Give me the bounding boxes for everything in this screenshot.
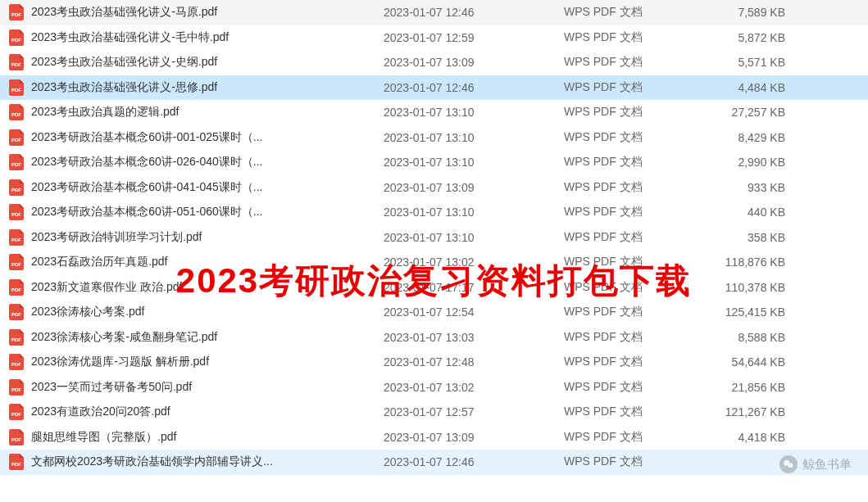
svg-text:PDF: PDF [11,12,21,17]
file-row[interactable]: PDF 腿姐思维导图（完整版）.pdf2023-01-07 13:09WPS P… [0,425,868,450]
svg-text:PDF: PDF [11,237,21,242]
file-row[interactable]: PDF 文都网校2023考研政治基础领学内部辅导讲义...2023-01-07 … [0,450,868,475]
svg-text:PDF: PDF [11,462,21,467]
pdf-file-icon: PDF [8,154,25,170]
file-size: 8,429 KB [711,131,810,144]
file-name: 2023徐涛优题库-习题版 解析册.pdf [31,355,384,369]
file-row[interactable]: PDF 2023考虫政治基础强化讲义-史纲.pdf2023-01-07 13:0… [0,50,868,75]
file-name: 2023考虫政治基础强化讲义-马原.pdf [31,5,384,20]
file-size: 118,876 KB [711,256,810,269]
file-name: 2023考研政治特训班学习计划.pdf [31,230,384,245]
file-type: WPS PDF 文档 [564,130,711,145]
svg-text:PDF: PDF [11,188,21,192]
file-name: 2023考研政治基本概念60讲-001-025课时（... [31,130,384,145]
file-type: WPS PDF 文档 [564,405,711,419]
svg-text:PDF: PDF [11,88,21,93]
file-name: 2023有道政治20问20答.pdf [31,405,384,419]
file-size: 5,571 KB [711,56,810,69]
file-row[interactable]: PDF 2023考研政治基本概念60讲-001-025课时（...2023-01… [0,125,868,151]
file-type: WPS PDF 文档 [564,280,711,295]
pdf-file-icon: PDF [8,4,25,20]
file-type: WPS PDF 文档 [564,30,711,45]
pdf-file-icon: PDF [8,254,25,270]
file-date: 2023-01-07 13:10 [384,206,564,219]
file-date: 2023-01-07 13:09 [384,181,564,194]
file-date: 2023-01-07 12:48 [384,355,564,369]
file-size: 110,378 KB [711,281,810,294]
file-date: 2023-01-07 13:09 [384,431,564,444]
pdf-file-icon: PDF [8,79,25,96]
file-type: WPS PDF 文档 [564,430,711,445]
pdf-file-icon: PDF [8,129,25,146]
file-size: 125,415 KB [711,305,810,319]
file-row[interactable]: PDF 2023有道政治20问20答.pdf2023-01-07 12:57WP… [0,400,868,425]
pdf-file-icon: PDF [8,279,25,296]
file-row[interactable]: PDF 2023考虫政治基础强化讲义-思修.pdf2023-01-07 12:4… [0,75,868,101]
file-date: 2023-01-07 12:46 [384,455,564,468]
file-type: WPS PDF 文档 [564,205,711,219]
file-name: 2023考研政治基本概念60讲-026-040课时（... [31,155,384,170]
file-type: WPS PDF 文档 [564,155,711,170]
svg-text:PDF: PDF [11,387,21,392]
file-date: 2023-01-07 13:02 [384,381,564,394]
file-row[interactable]: PDF 2023徐涛优题库-习题版 解析册.pdf2023-01-07 12:4… [0,350,868,375]
file-date: 2023-01-07 13:10 [384,106,564,119]
file-date: 2023-01-07 12:59 [384,31,564,44]
file-row[interactable]: PDF 2023考研政治基本概念60讲-041-045课时（...2023-01… [0,175,868,201]
file-row[interactable]: PDF 2023石磊政治历年真题.pdf2023-01-07 13:02WPS … [0,250,868,275]
file-row[interactable]: PDF 2023考虫政治真题的逻辑.pdf2023-01-07 13:10WPS… [0,100,868,125]
file-row[interactable]: PDF 2023考虫政治基础强化讲义-马原.pdf2023-01-07 12:4… [0,0,868,25]
file-size: 21,856 KB [711,381,810,394]
pdf-file-icon: PDF [8,329,25,346]
file-name: 2023徐涛核心考案.pdf [31,305,384,319]
file-date: 2023-01-07 12:46 [384,81,564,94]
file-size: 5,872 KB [711,31,810,44]
file-row[interactable]: PDF 2023考虫政治基础强化讲义-毛中特.pdf2023-01-07 12:… [0,25,868,51]
file-size: 121,267 KB [711,405,810,418]
file-size: 4,484 KB [711,81,810,94]
file-row[interactable]: PDF 2023考研政治特训班学习计划.pdf2023-01-07 13:10W… [0,225,868,251]
file-date: 2023-01-07 13:09 [384,56,564,69]
file-type: WPS PDF 文档 [564,455,711,469]
file-date: 2023-01-07 13:10 [384,131,564,144]
pdf-file-icon: PDF [8,104,25,120]
svg-text:PDF: PDF [11,62,21,67]
file-type: WPS PDF 文档 [564,380,711,395]
file-size: 358 KB [711,231,810,244]
file-type: WPS PDF 文档 [564,255,711,269]
pdf-file-icon: PDF [8,29,25,46]
file-type: WPS PDF 文档 [564,230,711,245]
file-name: 2023考虫政治基础强化讲义-毛中特.pdf [31,30,384,45]
file-row[interactable]: PDF 2023一笑而过考研备考50问.pdf2023-01-07 13:02W… [0,375,868,400]
svg-text:PDF: PDF [11,412,21,417]
file-size: 933 KB [711,181,810,194]
pdf-file-icon: PDF [8,54,25,70]
pdf-file-icon: PDF [8,204,25,220]
file-type: WPS PDF 文档 [564,355,711,369]
svg-text:PDF: PDF [11,162,21,167]
file-row[interactable]: PDF 2023考研政治基本概念60讲-051-060课时（...2023-01… [0,200,868,225]
file-name: 腿姐思维导图（完整版）.pdf [31,430,384,445]
svg-text:PDF: PDF [11,437,21,442]
file-name: 2023新文道寒假作业 政治.pdf [31,280,384,295]
pdf-file-icon: PDF [8,429,25,445]
pdf-file-icon: PDF [8,379,25,396]
file-row[interactable]: PDF 2023徐涛核心考案-咸鱼翻身笔记.pdf2023-01-07 13:0… [0,325,868,350]
file-date: 2023-01-07 13:10 [384,231,564,244]
file-row[interactable]: PDF 2023新文道寒假作业 政治.pdf2023-01-07 17:17WP… [0,275,868,301]
pdf-file-icon: PDF [8,304,25,320]
file-type: WPS PDF 文档 [564,330,711,345]
file-date: 2023-01-07 12:57 [384,405,564,418]
file-date: 2023-01-07 13:10 [384,156,564,169]
file-date: 2023-01-07 13:03 [384,331,564,344]
file-row[interactable]: PDF 2023考研政治基本概念60讲-026-040课时（...2023-01… [0,150,868,175]
file-name: 2023考虫政治基础强化讲义-史纲.pdf [31,55,384,70]
file-row[interactable]: PDF 2023徐涛核心考案.pdf2023-01-07 12:54WPS PD… [0,300,868,325]
svg-text:PDF: PDF [11,312,21,317]
svg-text:PDF: PDF [11,138,21,142]
file-date: 2023-01-07 17:17 [384,281,564,294]
file-date: 2023-01-07 13:02 [384,256,564,269]
file-name: 2023考虫政治基础强化讲义-思修.pdf [31,80,384,95]
pdf-file-icon: PDF [8,354,25,370]
svg-text:PDF: PDF [11,212,21,217]
